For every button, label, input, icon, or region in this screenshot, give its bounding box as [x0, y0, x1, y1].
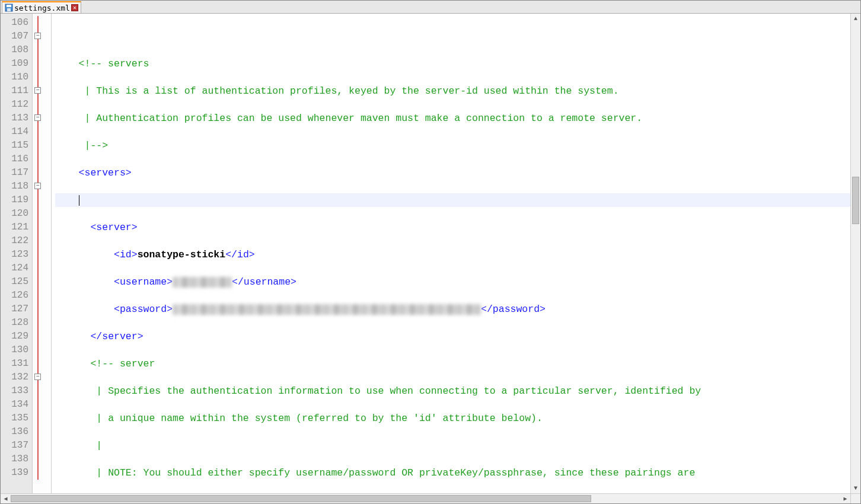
fold-cell [33, 16, 51, 30]
tab-bar: settings.xml ✕ [1, 1, 860, 14]
fold-cell [33, 452, 51, 466]
line-number: 107 [1, 30, 28, 43]
fold-cell: − [33, 111, 51, 125]
fold-cell [33, 412, 51, 425]
fold-toggle[interactable]: − [34, 87, 41, 94]
redacted-username [173, 277, 232, 288]
fold-cell [33, 384, 51, 398]
fold-cell [33, 152, 51, 166]
code-line: </server> [55, 330, 850, 343]
fold-cell: − [33, 30, 51, 43]
line-number: 117 [1, 166, 28, 180]
scroll-right-button[interactable]: ▶ [840, 494, 850, 503]
fold-cell [33, 43, 51, 57]
line-number: 118 [1, 180, 28, 193]
code-line: <password></password> [55, 302, 850, 316]
fold-cell [33, 166, 51, 180]
fold-cell [33, 98, 51, 111]
redacted-password [173, 304, 481, 315]
fold-cell [33, 139, 51, 152]
line-number: 126 [1, 289, 28, 302]
file-tab[interactable]: settings.xml ✕ [2, 1, 81, 13]
horizontal-scrollbar[interactable]: ◀ ▶ [1, 493, 860, 503]
line-number: 135 [1, 412, 28, 425]
scroll-left-button[interactable]: ◀ [1, 494, 11, 503]
svg-rect-2 [7, 8, 11, 11]
line-number: 128 [1, 316, 28, 330]
fold-cell [33, 275, 51, 289]
line-number: 116 [1, 152, 28, 166]
line-number: 133 [1, 384, 28, 398]
scroll-up-button[interactable]: ▲ [851, 14, 860, 24]
line-number: 122 [1, 234, 28, 248]
fold-column: −−−−− [33, 14, 52, 493]
fold-cell [33, 302, 51, 316]
fold-cell [33, 125, 51, 139]
horizontal-scroll-thumb[interactable] [11, 495, 591, 502]
line-number: 131 [1, 357, 28, 371]
line-number: 113 [1, 111, 28, 125]
tab-filename: settings.xml [14, 4, 70, 12]
fold-cell [33, 357, 51, 371]
line-number-gutter: 1061071081091101111121131141151161171181… [1, 14, 33, 493]
fold-cell [33, 193, 51, 207]
line-number: 125 [1, 275, 28, 289]
code-line: | NOTE: You should either specify userna… [55, 466, 850, 480]
line-number: 112 [1, 98, 28, 111]
code-area[interactable]: <!-- servers | This is a list of authent… [52, 14, 850, 493]
vertical-scroll-track[interactable] [851, 24, 860, 483]
fold-cell [33, 71, 51, 84]
code-line-current [55, 193, 850, 207]
line-number: 124 [1, 261, 28, 275]
code-line: | Specifies the authentication informati… [55, 384, 850, 398]
vertical-scroll-thumb[interactable] [852, 177, 859, 224]
vertical-scrollbar[interactable]: ▲ ▼ [850, 14, 860, 493]
code-line: <id>sonatype-sticki</id> [55, 248, 850, 261]
code-line: <server> [55, 221, 850, 234]
line-number: 120 [1, 207, 28, 221]
text-cursor [79, 195, 79, 206]
line-number: 138 [1, 452, 28, 466]
fold-cell [33, 466, 51, 480]
line-number: 106 [1, 16, 28, 30]
line-number: 129 [1, 330, 28, 343]
code-line: <!-- servers [55, 57, 850, 71]
line-number: 137 [1, 439, 28, 452]
line-number: 136 [1, 425, 28, 439]
code-line: | This is a list of authentication profi… [55, 84, 850, 98]
fold-toggle[interactable]: − [34, 33, 41, 39]
line-number: 109 [1, 57, 28, 71]
fold-cell [33, 439, 51, 452]
fold-cell [33, 343, 51, 357]
line-number: 111 [1, 84, 28, 98]
code-line [55, 30, 850, 43]
fold-cell: − [33, 180, 51, 193]
code-line: | a unique name within the system (refer… [55, 412, 850, 425]
editor-body: 1061071081091101111121131141151161171181… [1, 14, 860, 493]
fold-toggle[interactable]: − [34, 114, 41, 121]
editor-window: settings.xml ✕ 1061071081091101111121131… [0, 0, 861, 504]
scrollbar-corner [850, 494, 860, 503]
horizontal-scroll-track[interactable] [11, 494, 840, 503]
fold-cell [33, 398, 51, 412]
scroll-down-button[interactable]: ▼ [851, 483, 860, 493]
fold-cell: − [33, 84, 51, 98]
code-line: |--> [55, 139, 850, 152]
line-number: 123 [1, 248, 28, 261]
line-number: 108 [1, 43, 28, 57]
close-icon[interactable]: ✕ [71, 4, 78, 11]
line-number: 127 [1, 302, 28, 316]
line-number: 139 [1, 466, 28, 480]
line-number: 115 [1, 139, 28, 152]
code-line: | [55, 439, 850, 452]
fold-toggle[interactable]: − [34, 374, 41, 380]
code-line: <servers> [55, 166, 850, 180]
line-number: 130 [1, 343, 28, 357]
fold-toggle[interactable]: − [34, 183, 41, 189]
fold-cell [33, 221, 51, 234]
save-icon [5, 4, 13, 12]
line-number: 114 [1, 125, 28, 139]
fold-cell [33, 330, 51, 343]
svg-rect-1 [7, 5, 11, 7]
fold-cell [33, 248, 51, 261]
